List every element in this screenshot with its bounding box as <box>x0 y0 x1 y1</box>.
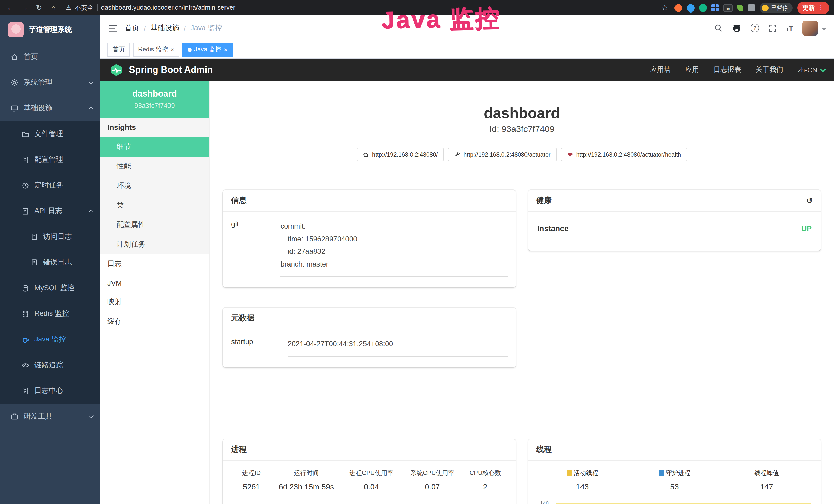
breadcrumb-item-home[interactable]: 首页 <box>125 23 139 32</box>
back-icon[interactable]: ← <box>5 4 16 12</box>
sidebar-item-log-center[interactable]: 日志中心 <box>0 378 100 404</box>
puzzle-extension-icon[interactable] <box>748 4 755 11</box>
sba-brand-title[interactable]: Spring Boot Admin <box>129 65 213 75</box>
browser-home-icon[interactable]: ⌂ <box>48 4 59 12</box>
sidebar-item-dev-tools[interactable]: 研发工具 <box>0 404 100 429</box>
bookmark-star-icon[interactable]: ☆ <box>660 4 670 12</box>
sba-item-classes[interactable]: 类 <box>100 196 209 215</box>
sba-item-logs[interactable]: 日志 <box>100 254 209 274</box>
info-row: git commit: time: 1596289704000 id: 27aa… <box>231 220 507 277</box>
legend-label-active: 活动线程 <box>574 468 598 477</box>
service-url-link[interactable]: http://192.168.0.2:48080/ <box>357 148 444 161</box>
actuator-url-link[interactable]: http://192.168.0.2:48080/actuator <box>448 148 556 161</box>
security-label[interactable]: 不安全 <box>75 3 93 12</box>
sba-nav-about[interactable]: 关于我们 <box>755 65 783 74</box>
sba-item-scheduled-tasks[interactable]: 计划任务 <box>100 235 209 254</box>
sidebar-item-label: API 日志 <box>35 206 62 216</box>
sidebar-item-api-logs[interactable]: API 日志 <box>0 198 100 224</box>
sidebar-item-label: 错误日志 <box>43 258 72 267</box>
sba-nav-applications[interactable]: 应用 <box>685 65 699 74</box>
leaf-extension-icon[interactable] <box>737 5 743 11</box>
avatar-caret-icon[interactable] <box>822 28 826 32</box>
sidebar-item-config-management[interactable]: 配置管理 <box>0 147 100 173</box>
sba-language-select[interactable]: zh-CN <box>797 66 825 74</box>
sba-item-mappings[interactable]: 映射 <box>100 292 209 312</box>
sba-item-caches[interactable]: 缓存 <box>100 312 209 331</box>
sba-app-header[interactable]: dashboard 93a3fc7f7409 <box>100 81 209 118</box>
breadcrumb-item-infrastructure[interactable]: 基础设施 <box>151 23 179 32</box>
empty-cell <box>528 307 821 367</box>
sidebar-item-access-logs[interactable]: 访问日志 <box>0 224 100 250</box>
active-tab-dot <box>188 47 192 52</box>
sidebar-logo[interactable]: 芋道管理系统 <box>0 16 100 44</box>
sba-app-name: dashboard <box>104 89 205 99</box>
warning-icon: ⚠ <box>66 4 71 11</box>
process-col-header: 进程ID <box>231 468 272 477</box>
on-badge-extension-icon[interactable]: on <box>723 4 732 12</box>
annotation-java-monitor: Java 监控 <box>381 2 501 37</box>
help-icon[interactable]: ? <box>750 24 759 32</box>
sba-item-details[interactable]: 细节 <box>100 137 209 157</box>
browser-actions: ☆ on 已暂停 更新 ⋮ <box>660 1 829 14</box>
tab-home[interactable]: 首页 <box>107 42 130 57</box>
sba-item-jvm[interactable]: JVM <box>100 274 209 292</box>
admin-sidebar: 芋道管理系统 首页 系统管理 基础设施 文件管理 配置管理 定时任务 <box>0 16 100 504</box>
sba-nav-wall[interactable]: 应用墙 <box>650 65 671 74</box>
sidebar-item-trace[interactable]: 链路追踪 <box>0 352 100 378</box>
language-label: zh-CN <box>797 66 817 74</box>
sba-item-performance[interactable]: 性能 <box>100 157 209 176</box>
paused-badge[interactable]: 已暂停 <box>760 2 793 13</box>
sidebar-item-system-management[interactable]: 系统管理 <box>0 70 100 95</box>
fullscreen-icon[interactable] <box>768 24 777 32</box>
address-bar[interactable]: ⚠ 不安全 dashboard.yudao.iocoder.cn/infra/a… <box>66 3 235 12</box>
tab-redis-monitor[interactable]: Redis 监控 × <box>133 42 179 57</box>
sidebar-item-label: 定时任务 <box>35 181 63 190</box>
history-icon[interactable]: ↺ <box>806 196 813 205</box>
sba-nav-journal[interactable]: 日志报表 <box>713 65 741 74</box>
grid-extension-icon[interactable] <box>711 4 719 11</box>
logo-avatar <box>8 22 24 38</box>
screen: ← → ↻ ⌂ ⚠ 不安全 dashboard.yudao.iocoder.cn… <box>0 0 834 504</box>
sidebar-item-home[interactable]: 首页 <box>0 44 100 70</box>
font-size-icon[interactable]: TT <box>786 24 793 32</box>
search-icon[interactable] <box>714 24 723 32</box>
fox-extension-icon[interactable] <box>675 4 682 12</box>
sidebar-item-error-logs[interactable]: 错误日志 <box>0 250 100 275</box>
paused-label: 已暂停 <box>771 4 788 12</box>
tab-java-monitor[interactable]: Java 监控 × <box>182 42 233 57</box>
tab-close-icon[interactable]: × <box>224 46 227 53</box>
user-avatar[interactable] <box>803 20 818 36</box>
legend-label-peak: 线程峰值 <box>754 468 779 477</box>
sidebar-item-label: 研发工具 <box>24 412 52 421</box>
legend-value-daemon: 53 <box>629 482 721 491</box>
legend-square-active-icon <box>566 471 571 476</box>
breadcrumb-separator: / <box>184 24 186 32</box>
breadcrumb-separator: / <box>144 24 146 32</box>
metadata-row-label: startup <box>231 337 288 357</box>
info-card-title: 信息 <box>231 196 247 205</box>
tab-close-icon[interactable]: × <box>171 46 174 53</box>
sidebar-item-redis-monitor[interactable]: Redis 监控 <box>0 301 100 327</box>
sidebar-item-java-monitor[interactable]: Java 监控 <box>0 327 100 352</box>
sidebar-item-file-management[interactable]: 文件管理 <box>0 121 100 147</box>
sidebar-item-infrastructure[interactable]: 基础设施 <box>0 95 100 121</box>
sidebar-item-scheduled-tasks[interactable]: 定时任务 <box>0 173 100 198</box>
github-icon[interactable] <box>732 23 741 32</box>
collapse-menu-icon[interactable] <box>108 24 118 32</box>
reload-icon[interactable]: ↻ <box>34 4 44 12</box>
sba-item-environment[interactable]: 环境 <box>100 176 209 196</box>
metadata-card-title: 元数据 <box>231 313 254 323</box>
forward-icon[interactable]: → <box>20 4 30 12</box>
sidebar-item-mysql-monitor[interactable]: MySQL 监控 <box>0 275 100 301</box>
sba-header: Spring Boot Admin 应用墙 应用 日志报表 关于我们 zh-CN <box>100 59 834 81</box>
url-text[interactable]: dashboard.yudao.iocoder.cn/infra/admin-s… <box>101 4 236 11</box>
sba-app-id: 93a3fc7f7409 <box>104 102 205 109</box>
update-button[interactable]: 更新 ⋮ <box>797 1 829 14</box>
sba-item-config-properties[interactable]: 配置属性 <box>100 215 209 235</box>
sidebar-item-label: 配置管理 <box>35 155 63 164</box>
process-col-header: 进程CPU使用率 <box>341 468 402 477</box>
health-url-link[interactable]: http://192.168.0.2:48080/actuator/health <box>561 148 687 161</box>
green-extension-icon[interactable] <box>699 4 707 12</box>
browser-menu-icon[interactable]: ⋮ <box>818 4 824 11</box>
drop-extension-icon[interactable] <box>685 2 696 13</box>
